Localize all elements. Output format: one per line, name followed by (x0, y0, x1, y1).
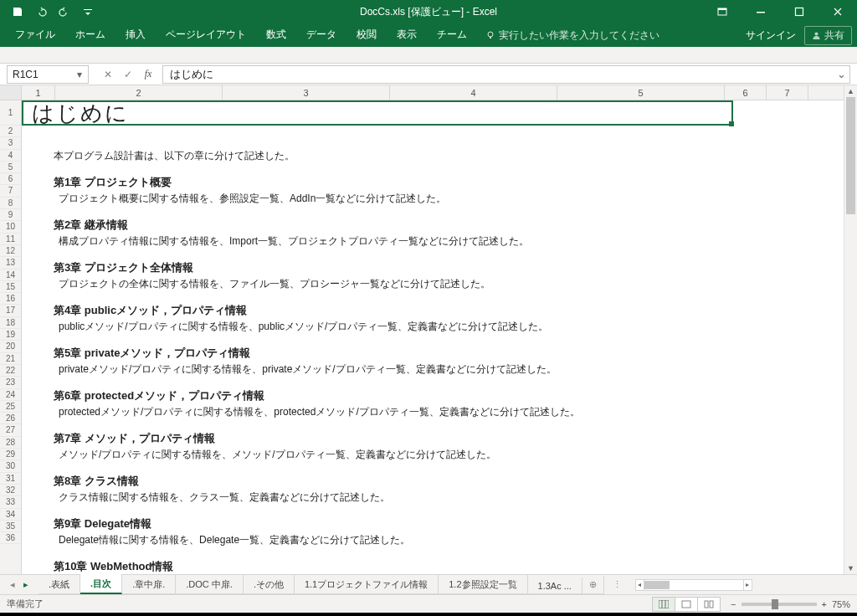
insert-function-button[interactable]: fx (139, 65, 157, 84)
scrollbar-thumb[interactable] (644, 581, 670, 589)
expand-formula-bar-button[interactable]: ⌄ (834, 68, 848, 81)
row-header[interactable]: 24 (0, 389, 21, 401)
row-header[interactable]: 26 (0, 413, 21, 424)
row-header[interactable]: 4 (0, 150, 21, 162)
tab-review[interactable]: 校閲 (346, 23, 387, 48)
redo-button[interactable] (54, 2, 75, 22)
name-box[interactable]: R1C1 ▾ (7, 65, 89, 84)
sheet-tab[interactable]: .目次 (80, 574, 122, 594)
row-header[interactable]: 15 (0, 281, 21, 293)
row-header[interactable]: 21 (0, 353, 21, 365)
sheet-tab[interactable]: 1.1プロジェクトファイル情報 (295, 575, 439, 594)
page-break-view-button[interactable] (697, 597, 721, 612)
horizontal-scrollbar[interactable]: ◂ ▸ (635, 579, 752, 591)
column-header[interactable]: 4 (390, 85, 557, 100)
normal-view-button[interactable] (652, 597, 675, 612)
share-button[interactable]: 共有 (804, 26, 852, 45)
column-header[interactable]: 3 (223, 85, 390, 100)
row-header[interactable]: 35 (0, 521, 21, 532)
select-all-corner[interactable] (0, 85, 22, 100)
sheet-tab[interactable]: 1.3Ac ... (528, 578, 582, 594)
first-sheet-button[interactable]: ◂ (7, 579, 18, 590)
page-layout-view-button[interactable] (675, 597, 698, 612)
cancel-formula-button[interactable]: ✕ (99, 65, 117, 84)
close-button[interactable] (819, 0, 857, 23)
undo-button[interactable] (30, 2, 52, 22)
scroll-down-arrow-icon[interactable]: ▼ (844, 562, 857, 574)
sign-in-link[interactable]: サインイン (746, 28, 796, 43)
ribbon-display-options-button[interactable] (703, 0, 742, 23)
row-header[interactable]: 16 (0, 293, 21, 305)
vertical-scrollbar[interactable]: ▲ ▼ (844, 85, 857, 574)
column-header[interactable]: 6 (725, 85, 767, 100)
row-header[interactable]: 19 (0, 329, 21, 341)
tab-home[interactable]: ホーム (65, 23, 115, 48)
maximize-button[interactable] (780, 0, 819, 23)
row-header[interactable]: 20 (0, 341, 21, 352)
row-header[interactable]: 31 (0, 473, 21, 485)
row-header[interactable]: 3 (0, 137, 21, 149)
scroll-right-arrow-icon[interactable]: ▸ (743, 580, 752, 590)
row-header[interactable]: 32 (0, 485, 21, 496)
row-header[interactable]: 28 (0, 437, 21, 449)
row-header[interactable]: 6 (0, 173, 21, 185)
column-header[interactable]: 5 (557, 85, 725, 100)
row-header[interactable]: 1 (0, 100, 21, 126)
sheet-tab[interactable]: .その他 (244, 575, 295, 594)
row-header[interactable]: 11 (0, 234, 21, 245)
row-header[interactable]: 34 (0, 509, 21, 521)
tab-team[interactable]: チーム (427, 23, 477, 48)
column-header[interactable]: 7 (767, 85, 808, 100)
row-header[interactable]: 36 (0, 532, 21, 544)
row-header[interactable]: 22 (0, 365, 21, 377)
row-header[interactable]: 8 (0, 198, 21, 209)
sheet-tab[interactable]: .章中扉. (122, 575, 176, 594)
scroll-up-arrow-icon[interactable]: ▲ (844, 85, 857, 97)
zoom-slider[interactable] (742, 603, 817, 606)
scroll-left-arrow-icon[interactable]: ◂ (636, 580, 644, 590)
minimize-button[interactable] (742, 0, 780, 23)
row-header[interactable]: 17 (0, 305, 21, 316)
zoom-out-button[interactable]: − (731, 599, 736, 609)
zoom-slider-thumb[interactable] (772, 599, 778, 609)
row-header[interactable]: 13 (0, 257, 21, 269)
row-header[interactable]: 29 (0, 449, 21, 460)
tab-data[interactable]: データ (296, 23, 346, 48)
scrollbar-thumb[interactable] (846, 97, 855, 214)
add-sheet-button[interactable]: ⊕ (582, 576, 604, 594)
enter-formula-button[interactable]: ✓ (119, 65, 137, 84)
row-header[interactable]: 7 (0, 185, 21, 197)
tab-view[interactable]: 表示 (387, 23, 427, 48)
column-header[interactable]: 2 (55, 85, 223, 100)
row-header[interactable]: 9 (0, 209, 21, 221)
row-header[interactable]: 10 (0, 221, 21, 233)
zoom-in-button[interactable]: + (822, 599, 827, 609)
sheet-tab[interactable]: .表紙 (38, 575, 80, 594)
row-header[interactable]: 18 (0, 317, 21, 329)
chevron-down-icon[interactable]: ▾ (73, 68, 86, 81)
formula-input[interactable]: はじめに ⌄ (162, 65, 850, 84)
tell-me-search[interactable]: 実行したい作業を入力してください (477, 28, 668, 43)
tab-formulas[interactable]: 数式 (256, 23, 296, 48)
row-header[interactable]: 5 (0, 162, 21, 173)
tab-insert[interactable]: 挿入 (115, 23, 156, 48)
save-button[interactable] (7, 2, 28, 22)
row-header[interactable]: 30 (0, 460, 21, 472)
sheet-tab[interactable]: 1.2参照設定一覧 (439, 575, 527, 594)
column-header[interactable]: 1 (22, 85, 55, 100)
row-header[interactable]: 12 (0, 245, 21, 257)
row-header[interactable]: 14 (0, 270, 21, 281)
sheet-tab[interactable]: .DOC 中扉. (176, 575, 244, 594)
row-header[interactable]: 23 (0, 377, 21, 388)
sheet-tabs-more-button[interactable]: ⋮ (604, 579, 630, 590)
qat-customize-button[interactable] (77, 2, 99, 22)
row-header[interactable]: 33 (0, 496, 21, 508)
zoom-level[interactable]: 75% (832, 599, 850, 609)
sheet-cells[interactable]: はじめに 本プログラム設計書は、以下の章に分けて記述した。 第1章 プロジェクト… (22, 100, 857, 574)
row-header[interactable]: 25 (0, 401, 21, 413)
row-header[interactable]: 27 (0, 424, 21, 436)
tab-file[interactable]: ファイル (5, 23, 65, 48)
next-sheet-button[interactable]: ▸ (20, 579, 32, 590)
row-header[interactable]: 2 (0, 126, 21, 137)
tab-page-layout[interactable]: ページレイアウト (156, 23, 256, 48)
